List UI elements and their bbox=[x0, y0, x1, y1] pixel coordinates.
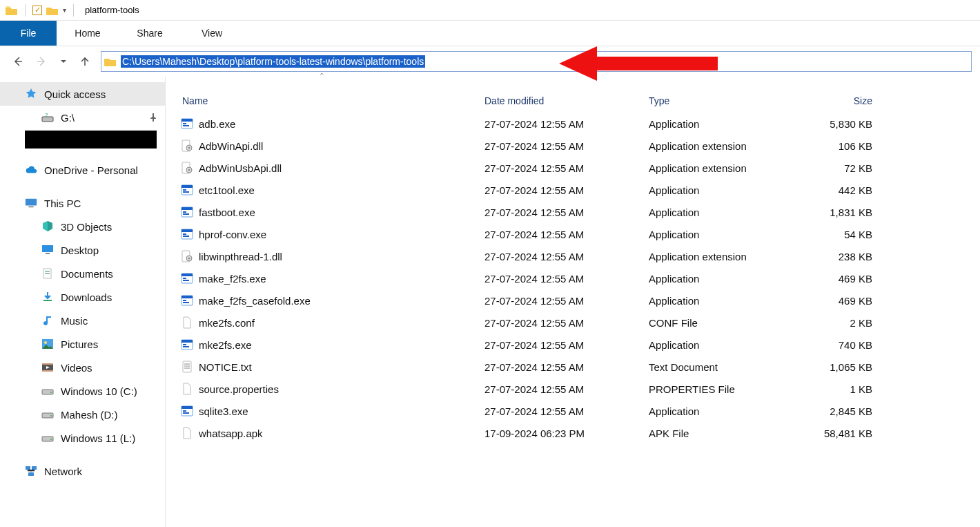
separator bbox=[73, 4, 74, 17]
file-row[interactable]: AdbWinApi.dll27-07-2024 12:55 AMApplicat… bbox=[181, 135, 974, 157]
svg-rect-27 bbox=[182, 119, 193, 122]
sidebar-onedrive[interactable]: OneDrive - Personal bbox=[0, 158, 165, 182]
pc-icon bbox=[25, 197, 37, 209]
sidebar-item-label: This PC bbox=[44, 198, 81, 209]
sidebar-pc-item[interactable]: Documents bbox=[0, 262, 165, 285]
sidebar-item-label: Network bbox=[44, 466, 82, 477]
file-row[interactable]: AdbWinUsbApi.dll27-07-2024 12:55 AMAppli… bbox=[181, 157, 974, 179]
home-tab[interactable]: Home bbox=[57, 21, 119, 46]
sidebar-pc-item[interactable]: Mahesh (D:) bbox=[0, 403, 165, 426]
sidebar-pc-item[interactable]: Pictures bbox=[0, 332, 165, 356]
downloads-icon bbox=[41, 291, 54, 303]
recent-locations-dropdown[interactable] bbox=[58, 52, 69, 70]
svg-rect-54 bbox=[183, 280, 189, 281]
navigation-bar: C:\Users\Mahesh\Desktop\platform-tools-l… bbox=[0, 46, 980, 77]
sidebar-pc-item[interactable]: Videos bbox=[0, 356, 165, 379]
svg-rect-29 bbox=[183, 125, 189, 126]
sidebar-pc-item[interactable]: 3D Objects bbox=[0, 215, 165, 238]
file-txt-icon bbox=[181, 361, 193, 373]
up-button[interactable] bbox=[76, 52, 94, 70]
file-size: 2,845 KB bbox=[787, 405, 876, 417]
file-blank-icon bbox=[181, 383, 193, 395]
column-header-date[interactable]: Date modified bbox=[484, 95, 649, 106]
column-header-name[interactable]: Name bbox=[181, 95, 484, 106]
folder-icon bbox=[6, 6, 18, 15]
file-size: 238 KB bbox=[787, 251, 876, 262]
file-date: 27-07-2024 12:55 AM bbox=[484, 405, 649, 417]
file-date: 27-07-2024 12:55 AM bbox=[484, 162, 649, 174]
svg-rect-53 bbox=[183, 278, 186, 279]
qat-dropdown-icon[interactable]: ▾ bbox=[63, 6, 66, 14]
file-name: source.properties bbox=[199, 383, 279, 395]
separator bbox=[25, 4, 26, 17]
svg-rect-11 bbox=[43, 300, 52, 301]
file-row[interactable]: make_f2fs_casefold.exe27-07-2024 12:55 A… bbox=[181, 289, 974, 312]
file-row[interactable]: etc1tool.exe27-07-2024 12:55 AMApplicati… bbox=[181, 179, 974, 201]
view-tab[interactable]: View bbox=[181, 21, 243, 46]
address-folder-icon bbox=[104, 57, 117, 66]
sort-indicator-icon: ⌃ bbox=[319, 72, 324, 79]
file-row[interactable]: libwinpthread-1.dll27-07-2024 12:55 AMAp… bbox=[181, 245, 974, 267]
address-path[interactable]: C:\Users\Mahesh\Desktop\platform-tools-l… bbox=[121, 55, 425, 68]
file-row[interactable]: NOTICE.txt27-07-2024 12:55 AMText Docume… bbox=[181, 356, 974, 378]
svg-rect-39 bbox=[183, 191, 189, 193]
drive-icon bbox=[41, 408, 54, 421]
file-type: CONF File bbox=[649, 317, 787, 329]
file-dll-icon bbox=[181, 250, 193, 262]
sidebar-this-pc[interactable]: This PC bbox=[0, 191, 165, 215]
file-row[interactable]: make_f2fs.exe27-07-2024 12:55 AMApplicat… bbox=[181, 267, 974, 289]
file-type: Text Document bbox=[649, 361, 787, 373]
file-type: Application bbox=[649, 118, 787, 130]
desktop-icon bbox=[41, 244, 54, 256]
forward-button[interactable] bbox=[33, 52, 51, 70]
file-size: 1,065 KB bbox=[787, 361, 876, 373]
file-row[interactable]: hprof-conv.exe27-07-2024 12:55 AMApplica… bbox=[181, 223, 974, 245]
sidebar-pc-item[interactable]: Downloads bbox=[0, 285, 165, 309]
sidebar-item-label: Quick access bbox=[44, 88, 106, 100]
qat-folder-icon[interactable] bbox=[46, 6, 59, 15]
column-header-type[interactable]: Type bbox=[649, 95, 787, 106]
svg-rect-43 bbox=[183, 213, 189, 215]
column-header-size[interactable]: Size bbox=[787, 95, 876, 106]
share-tab[interactable]: Share bbox=[119, 21, 181, 46]
sidebar-pc-item[interactable]: Music bbox=[0, 309, 165, 332]
back-button[interactable] bbox=[8, 52, 26, 70]
file-date: 27-07-2024 12:55 AM bbox=[484, 207, 649, 218]
file-row[interactable]: fastboot.exe27-07-2024 12:55 AMApplicati… bbox=[181, 201, 974, 223]
file-size: 740 KB bbox=[787, 339, 876, 351]
file-type: Application bbox=[649, 184, 787, 196]
file-row[interactable]: mke2fs.conf27-07-2024 12:55 AMCONF File2… bbox=[181, 312, 974, 334]
star-icon bbox=[25, 88, 37, 100]
sidebar-quick-access[interactable]: Quick access bbox=[0, 82, 165, 106]
file-exe-icon bbox=[181, 184, 193, 196]
file-row[interactable]: mke2fs.exe27-07-2024 12:55 AMApplication… bbox=[181, 334, 974, 356]
address-bar[interactable]: C:\Users\Mahesh\Desktop\platform-tools-l… bbox=[101, 51, 972, 72]
svg-rect-70 bbox=[183, 412, 189, 414]
music-icon bbox=[41, 314, 54, 327]
file-name: make_f2fs.exe bbox=[199, 273, 266, 285]
title-bar: ✓ ▾ platform-tools bbox=[0, 0, 980, 21]
sidebar-item-label: Documents bbox=[61, 268, 113, 280]
file-type: Application extension bbox=[649, 162, 787, 174]
file-type: Application extension bbox=[649, 251, 787, 262]
sidebar-network[interactable]: Network bbox=[0, 459, 165, 483]
qat-properties-icon[interactable]: ✓ bbox=[32, 6, 42, 15]
sidebar-pc-item[interactable]: Windows 11 (L:) bbox=[0, 426, 165, 450]
file-row[interactable]: source.properties27-07-2024 12:55 AMPROP… bbox=[181, 378, 974, 400]
file-row[interactable]: sqlite3.exe27-07-2024 12:55 AMApplicatio… bbox=[181, 400, 974, 422]
file-size: 54 KB bbox=[787, 229, 876, 240]
file-name: hprof-conv.exe bbox=[199, 229, 266, 240]
window-title: platform-tools bbox=[85, 5, 139, 15]
svg-rect-45 bbox=[182, 229, 193, 232]
svg-rect-42 bbox=[183, 211, 186, 213]
file-blank-icon bbox=[181, 427, 193, 439]
file-tab[interactable]: File bbox=[0, 21, 57, 46]
sidebar-pc-item[interactable]: Desktop bbox=[0, 238, 165, 262]
sidebar-pc-item[interactable]: Windows 10 (C:) bbox=[0, 379, 165, 403]
svg-point-22 bbox=[50, 439, 52, 440]
file-date: 27-07-2024 12:55 AM bbox=[484, 184, 649, 196]
sidebar-quick-item[interactable]: ? G:\ bbox=[0, 106, 165, 129]
file-row[interactable]: adb.exe27-07-2024 12:55 AMApplication5,8… bbox=[181, 113, 974, 135]
file-row[interactable]: whatsapp.apk17-09-2024 06:23 PMAPK File5… bbox=[181, 422, 974, 444]
file-name: etc1tool.exe bbox=[199, 184, 255, 196]
